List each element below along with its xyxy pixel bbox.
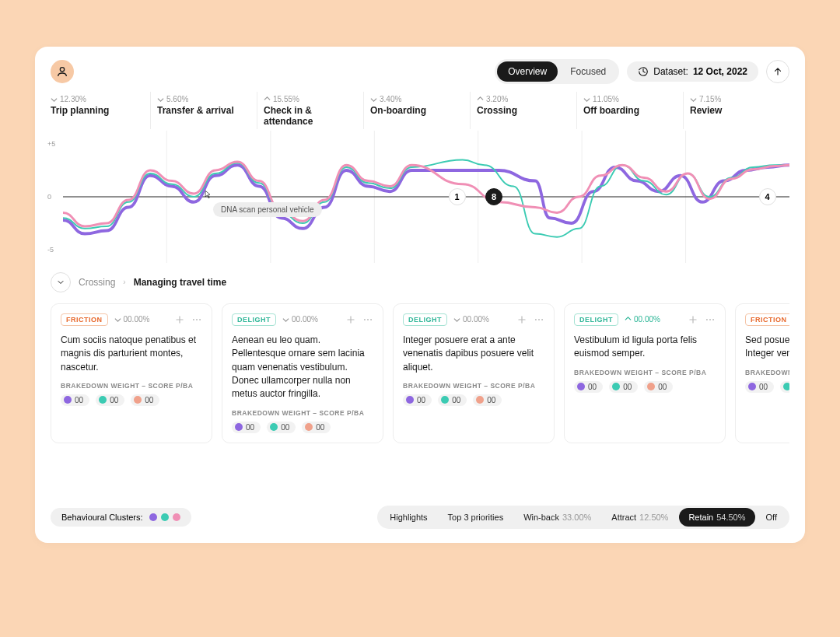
filters: HighlightsTop 3 prioritiesWin-back33.00%… [377,506,789,529]
card-more-button[interactable] [705,314,716,325]
stage-column[interactable]: 3.40% On-boarding [363,92,470,129]
y-axis-ticks: +5 0 -5 [47,131,63,263]
card-more-button[interactable] [362,314,373,325]
card-body: Cum sociis natoque penatibus et magnis d… [61,334,202,374]
score-dot-icon [270,423,278,431]
cluster-dot-pink [173,513,180,521]
stage-label: Check in & attendance [264,105,357,128]
filter-label: Attract [611,513,636,522]
top-right: Overview Focused Dataset: 12 Oct, 2022 [495,59,789,84]
stages-row: 12.30% Trip planning 5.60% Transfer & ar… [51,92,789,129]
history-icon [638,66,649,77]
insight-card[interactable]: DELIGHT 00.00% Vestibulum id ligula port… [564,303,726,443]
svg-point-17 [706,319,708,320]
filter-button[interactable]: Top 3 priorities [439,508,513,527]
score-pill: 00 [403,394,432,406]
score-pill: 00 [438,394,467,406]
cluster-dots [149,513,180,521]
score-dot-icon [577,383,585,390]
upload-button[interactable] [766,60,789,83]
score-dot-icon [476,396,484,404]
score-dot-icon [441,396,449,404]
topbar: Overview Focused Dataset: 12 Oct, 2022 [51,59,789,84]
score-pill: 00 [780,381,789,393]
svg-point-18 [709,319,711,320]
filter-label: Retain [688,513,713,522]
stage-column[interactable]: 7.15% Review [683,92,789,129]
card-more-button[interactable] [191,314,202,325]
svg-point-15 [538,319,540,320]
card-subhead: BRAKEDOWN WEIGHT – SCORE P/BA [61,382,202,390]
card-delta: 00.00% [453,315,489,324]
stage-column[interactable]: 5.60% Transfer & arrival [150,92,257,129]
chart-svg [63,131,789,263]
filter-pct: 54.50% [716,513,745,522]
avatar[interactable] [51,60,74,83]
filter-button[interactable]: Off [757,508,786,527]
breadcrumb-sep-icon: › [123,278,125,286]
filter-button[interactable]: Highlights [380,508,436,527]
insight-card[interactable]: DELIGHT 00.00% Integer posuere erat a an… [393,303,555,443]
card-add-button[interactable] [688,314,698,325]
card-add-button[interactable] [345,314,356,325]
stage-column[interactable]: 3.20% Crossing [470,92,576,129]
card-more-button[interactable] [534,314,544,325]
svg-point-0 [60,68,64,72]
score-pill: 00 [267,422,296,433]
card-add-button[interactable] [174,314,185,325]
stage-column[interactable]: 11.05% Off boarding [576,92,683,129]
card-scores: 000000 [574,381,716,393]
chart-point-badge[interactable]: 4 [759,188,776,205]
card-delta: 00.00% [625,315,660,324]
filter-button[interactable]: Attract12.50% [602,508,677,527]
overview-button[interactable]: Overview [497,61,558,82]
svg-point-13 [370,319,372,320]
stage-column[interactable]: 15.55% Check in & attendance [257,92,363,129]
score-pill: 00 [96,394,124,406]
clusters-pill[interactable]: Behavioural Clusters: [51,508,191,527]
more-icon [191,314,202,325]
card-tag: FRICTION [61,313,108,326]
card-add-button[interactable] [516,314,527,325]
filter-button[interactable]: Win-back33.00% [514,508,600,527]
score-pill: 00 [644,381,673,393]
insight-card[interactable]: FRICTION 00.00% Sed posuere consectetur … [735,303,789,443]
cards-row: FRICTION 00.00% Cum sociis natoque penat… [51,303,789,443]
stage-delta: 12.30% [51,95,144,103]
score-pill: 00 [609,381,638,393]
dataset-prefix: Dataset: [653,66,688,77]
stage-label: Transfer & arrival [157,105,250,116]
more-icon [362,314,373,325]
stage-delta: 7.15% [690,95,783,103]
stage-label: On-boarding [370,105,464,116]
score-dot-icon [99,396,107,404]
breadcrumb: Crossing › Managing travel time [51,272,789,292]
score-pill: 00 [473,394,502,406]
card-tag: DELIGHT [232,313,276,326]
card-scores: 0000 [745,381,789,393]
card-body: Integer posuere erat a ante venenatis da… [403,334,544,374]
card-scores: 000000 [403,394,544,406]
focused-button[interactable]: Focused [559,61,617,82]
insight-card[interactable]: FRICTION 00.00% Cum sociis natoque penat… [51,303,212,443]
card-subhead: BRAKEDOWN WEIGHT – SCORE P/BA [574,369,716,376]
card-header: DELIGHT 00.00% [232,313,373,326]
breadcrumb-parent[interactable]: Crossing [79,277,115,288]
user-icon [56,65,68,78]
upload-icon [772,66,783,77]
stage-label: Trip planning [51,105,144,116]
dataset-pill[interactable]: Dataset: 12 Oct, 2022 [627,61,758,82]
chart-point-badge[interactable]: 8 [485,188,502,205]
svg-point-10 [199,319,201,320]
score-pill: 00 [302,422,331,433]
breadcrumb-toggle[interactable] [51,272,71,292]
chevron-down-icon [56,278,65,287]
stage-column[interactable]: 12.30% Trip planning [51,92,150,129]
stage-label: Review [690,105,783,116]
insight-card[interactable]: DELIGHT 00.00% Aenean eu leo quam. Pelle… [222,303,383,443]
score-dot-icon [134,396,142,404]
plus-icon [688,314,698,325]
chart-point-badge[interactable]: 1 [449,188,466,205]
filter-button[interactable]: Retain54.50% [679,508,754,527]
plus-icon [516,314,527,325]
